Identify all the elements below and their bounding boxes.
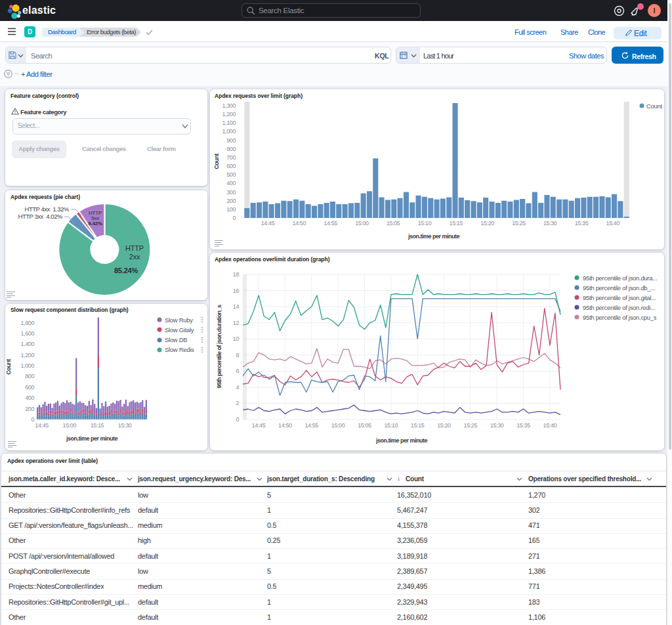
svg-text:15:00: 15:00 [355, 220, 369, 226]
svg-text:1,600: 1,600 [20, 330, 34, 337]
svg-text:14:45: 14:45 [252, 422, 266, 429]
svg-text:15:25: 15:25 [512, 220, 526, 226]
svg-text:0: 0 [232, 215, 236, 221]
svg-text:900: 900 [226, 137, 236, 144]
svg-text:200: 200 [226, 198, 236, 204]
svg-text:HTTP: HTTP [125, 244, 144, 252]
svg-text:95th percentile of json.redi..: 95th percentile of json.redi... [583, 304, 655, 311]
svg-text:16: 16 [233, 288, 240, 294]
svg-text:15:00: 15:00 [331, 422, 345, 429]
svg-text:0: 0 [236, 416, 239, 423]
svg-text:18: 18 [233, 271, 240, 278]
svg-text:8: 8 [236, 352, 239, 358]
svg-text:95th percentile of json.durati: 95th percentile of json.duration_s [216, 305, 222, 389]
svg-text:15:25: 15:25 [464, 422, 478, 429]
svg-text:15:35: 15:35 [516, 422, 530, 429]
svg-text:14:50: 14:50 [278, 422, 292, 429]
svg-text:15:40: 15:40 [606, 220, 620, 226]
svg-text:Slow Redis: Slow Redis [165, 346, 194, 353]
svg-text:400: 400 [25, 395, 34, 401]
svg-text:0: 0 [31, 416, 34, 423]
svg-text:800: 800 [25, 373, 34, 379]
svg-text:2xx: 2xx [129, 253, 140, 261]
svg-text:15:15: 15:15 [450, 220, 463, 226]
svg-text:15:15: 15:15 [411, 422, 425, 429]
svg-text:15:05: 15:05 [387, 220, 400, 226]
svg-text:1,400: 1,400 [20, 341, 34, 347]
svg-text:4: 4 [236, 384, 239, 391]
svg-text:15:10: 15:10 [418, 220, 432, 226]
svg-text:15:35: 15:35 [575, 220, 589, 226]
svg-text:95th percentile of json.db_...: 95th percentile of json.db_... [583, 284, 655, 291]
svg-text:15:20: 15:20 [437, 422, 451, 429]
svg-text:200: 200 [25, 406, 34, 412]
svg-text:14: 14 [233, 303, 240, 310]
svg-text:95th percentile of json.cpu_s: 95th percentile of json.cpu_s [583, 314, 657, 321]
svg-text:HTTP 3xx 4.02%: HTTP 3xx 4.02% [18, 213, 63, 220]
svg-text:json.time per minute: json.time per minute [66, 435, 118, 442]
svg-text:Count: Count [646, 102, 663, 110]
svg-text:500: 500 [226, 171, 236, 178]
svg-text:Count: Count [213, 154, 220, 169]
svg-text:300: 300 [226, 189, 236, 196]
svg-text:json.time per minute: json.time per minute [408, 233, 460, 240]
svg-text:700: 700 [226, 154, 236, 161]
svg-text:1,100: 1,100 [222, 119, 236, 126]
svg-text:HTTP 4xx 1.32%: HTTP 4xx 1.32% [24, 205, 70, 213]
svg-text:1,800: 1,800 [20, 320, 34, 326]
svg-text:12: 12 [233, 320, 240, 326]
svg-text:9.42%: 9.42% [88, 221, 102, 226]
svg-text:json.time per minute: json.time per minute [375, 437, 428, 444]
svg-text:15:10: 15:10 [384, 422, 398, 429]
svg-text:1,300: 1,300 [222, 102, 236, 109]
svg-text:15:40: 15:40 [543, 422, 557, 429]
svg-text:95th percentile of json.dura..: 95th percentile of json.dura... [583, 274, 657, 282]
svg-text:15:30: 15:30 [118, 422, 132, 429]
svg-text:14:45: 14:45 [261, 220, 275, 226]
svg-text:400: 400 [226, 180, 236, 186]
svg-text:14:50: 14:50 [293, 220, 306, 226]
svg-text:1,000: 1,000 [222, 128, 236, 135]
svg-text:15:00: 15:00 [63, 422, 77, 429]
svg-text:100: 100 [226, 206, 236, 213]
svg-text:Slow DB: Slow DB [165, 336, 187, 343]
svg-text:6: 6 [236, 368, 239, 374]
svg-text:1,000: 1,000 [20, 362, 34, 369]
svg-text:600: 600 [25, 384, 34, 391]
svg-text:2: 2 [236, 400, 239, 406]
svg-text:14:55: 14:55 [304, 422, 318, 429]
svg-text:14:55: 14:55 [324, 220, 337, 226]
svg-text:600: 600 [226, 163, 236, 169]
svg-text:15:20: 15:20 [480, 220, 494, 226]
svg-text:15:30: 15:30 [490, 422, 504, 429]
svg-text:Slow Ruby: Slow Ruby [165, 316, 193, 324]
svg-text:15:15: 15:15 [91, 422, 104, 429]
svg-text:15:30: 15:30 [543, 220, 557, 226]
svg-text:95th percentile of json.gital.: 95th percentile of json.gital... [583, 294, 656, 301]
svg-text:10: 10 [233, 335, 240, 342]
svg-text:14:45: 14:45 [35, 422, 49, 429]
svg-text:Slow Gitaly: Slow Gitaly [165, 326, 194, 334]
svg-text:800: 800 [226, 146, 236, 152]
svg-text:1,200: 1,200 [222, 111, 236, 118]
svg-text:Count: Count [5, 359, 12, 375]
svg-text:1,200: 1,200 [20, 352, 34, 358]
svg-text:85.24%: 85.24% [114, 267, 138, 274]
svg-text:15:05: 15:05 [358, 422, 371, 429]
